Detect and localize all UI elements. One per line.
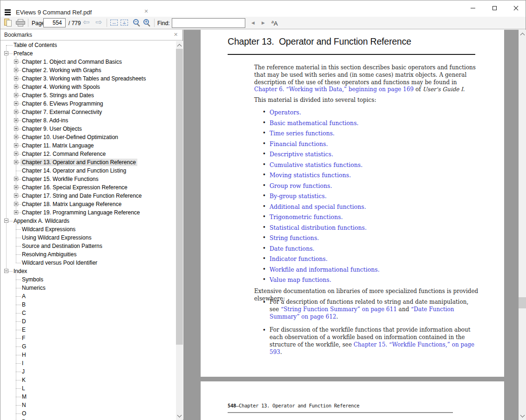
bookmark-item[interactable]: Chapter 8. Add-ins — [0, 116, 176, 125]
bookmark-item[interactable]: Chapter 6. EViews Programming — [0, 100, 176, 108]
bookmark-item[interactable]: C — [0, 309, 176, 317]
bookmark-item[interactable]: Chapter 10. User-Defined Optimization — [0, 133, 176, 141]
expand-icon[interactable] — [14, 60, 18, 64]
bookmark-label[interactable]: J — [20, 368, 26, 375]
document-tab[interactable]: EViews 9 Command Ref.pdf — [16, 9, 92, 16]
bookmark-label[interactable]: Preface — [12, 50, 34, 57]
close-button[interactable] — [505, 0, 526, 15]
expand-icon[interactable] — [14, 193, 18, 198]
fit-width-icon[interactable]: ↔ — [110, 20, 118, 26]
open-file-icon[interactable] — [4, 19, 13, 27]
expand-icon[interactable] — [14, 76, 18, 80]
bookmark-item[interactable]: Chapter 3. Working with Tables and Sprea… — [0, 74, 176, 83]
bookmark-item[interactable]: Using Wildcard Expressions — [0, 233, 176, 242]
find-next-icon[interactable]: ▶ — [262, 20, 265, 25]
scroll-down-icon[interactable] — [519, 413, 526, 420]
expand-icon[interactable] — [14, 202, 18, 206]
bookmark-item[interactable]: Chapter 19. Programming Language Referen… — [0, 208, 176, 217]
scroll-up-icon[interactable] — [519, 30, 526, 38]
bookmark-item[interactable]: P — [0, 418, 176, 420]
expand-icon[interactable] — [14, 127, 18, 131]
maximize-button[interactable] — [484, 0, 505, 15]
expand-icon[interactable] — [14, 185, 18, 189]
zoom-out-icon[interactable]: − — [133, 19, 139, 25]
bookmark-label[interactable]: Index — [12, 267, 28, 275]
bookmark-item[interactable]: B — [0, 300, 176, 309]
expand-icon[interactable] — [14, 177, 18, 181]
bookmark-label[interactable]: L — [20, 385, 27, 392]
bookmark-label[interactable]: Chapter 4. Working with Spools — [20, 83, 101, 91]
bookmark-label[interactable]: Chapter 8. Add-ins — [20, 117, 69, 124]
bookmark-label[interactable]: E — [20, 326, 27, 333]
zoom-in-icon[interactable]: + — [143, 19, 149, 25]
bookmark-label[interactable]: B — [20, 301, 27, 308]
topic-link[interactable]: Indicator functions. — [270, 255, 328, 262]
bookmark-item[interactable]: F — [0, 334, 176, 342]
bookmark-label[interactable]: Chapter 5. Strings and Dates — [20, 92, 95, 99]
bookmark-item[interactable]: G — [0, 342, 176, 351]
find-input[interactable] — [172, 18, 245, 28]
bookmark-label[interactable]: Resolving Ambiguities — [20, 251, 78, 258]
bookmark-label[interactable]: M — [20, 393, 28, 400]
bookmark-label[interactable]: Chapter 2. Working with Graphs — [20, 67, 103, 74]
bookmark-label[interactable]: Symbols — [20, 276, 45, 283]
topic-link[interactable]: Time series functions. — [270, 130, 335, 137]
bookmark-label[interactable]: Chapter 15. Workfile Functions — [20, 175, 100, 183]
bookmark-item[interactable]: Wildcard Expressions — [0, 225, 176, 233]
bookmark-label[interactable]: Source and Destination Patterns — [20, 242, 104, 250]
bookmark-label[interactable]: Chapter 1. Object and Command Basics — [20, 58, 123, 66]
bookmark-label[interactable]: D — [20, 318, 27, 325]
expand-icon[interactable] — [14, 101, 18, 106]
match-case-icon[interactable]: aA — [271, 20, 278, 27]
topic-link[interactable]: String functions. — [270, 234, 319, 241]
bookmark-label[interactable]: H — [20, 351, 27, 359]
bookmark-item[interactable]: J — [0, 367, 176, 376]
topic-link[interactable]: Date functions. — [270, 245, 315, 252]
bookmark-item[interactable]: M — [0, 393, 176, 401]
bookmark-item[interactable]: Chapter 14. Operator and Function Listin… — [0, 167, 176, 175]
page-number-input[interactable] — [43, 18, 66, 27]
bookmark-label[interactable]: Chapter 9. User Objects — [20, 125, 83, 133]
topic-link[interactable]: Operators. — [270, 109, 301, 116]
bookmark-item[interactable]: E — [0, 326, 176, 334]
bookmark-item[interactable]: Chapter 15. Workfile Functions — [0, 175, 176, 183]
bookmarks-close-icon[interactable]: ✕ — [174, 32, 178, 38]
collapse-icon[interactable] — [4, 269, 8, 273]
bookmark-item[interactable]: I — [0, 359, 176, 367]
previous-page-icon[interactable]: ⇦ — [83, 17, 89, 27]
bookmark-label[interactable]: Numerics — [20, 284, 47, 292]
collapse-icon[interactable] — [4, 51, 8, 55]
bookmark-label[interactable]: Wildcard versus Pool Identifier — [20, 259, 99, 267]
bookmark-item[interactable]: Chapter 11. Matrix Language — [0, 141, 176, 150]
topic-link[interactable]: Financial functions. — [270, 140, 328, 147]
expand-icon[interactable] — [14, 135, 18, 139]
find-previous-icon[interactable]: ◀ — [251, 20, 255, 25]
topic-link[interactable]: Group row functions. — [270, 182, 332, 189]
bookmark-label[interactable]: Chapter 7. External Connectivity — [20, 108, 103, 116]
bookmark-item[interactable]: Chapter 12. Command Reference — [0, 150, 176, 158]
bookmark-label[interactable]: Using Wildcard Expressions — [20, 234, 93, 241]
bookmark-label[interactable]: Chapter 17. String and Date Function Ref… — [20, 192, 143, 200]
bookmark-label[interactable]: Chapter 14. Operator and Function Listin… — [20, 167, 128, 174]
inline-link[interactable]: Chapter 6. “Working with Data,” beginnin… — [254, 86, 414, 93]
bookmark-label[interactable]: Chapter 12. Command Reference — [20, 150, 107, 158]
bookmark-item[interactable]: Resolving Ambiguities — [0, 250, 176, 259]
bookmark-label[interactable]: P — [20, 418, 27, 420]
topic-link[interactable]: Cumulative statistics functions. — [270, 161, 363, 168]
bookmark-label[interactable]: A — [20, 293, 27, 300]
bookmark-item[interactable]: Chapter 16. Special Expression Reference — [0, 183, 176, 192]
expand-icon[interactable] — [14, 68, 18, 72]
bookmark-label[interactable]: G — [20, 343, 27, 350]
bookmark-item[interactable]: D — [0, 317, 176, 326]
sidebar-scrollbar-thumb[interactable] — [176, 49, 183, 345]
bookmark-item[interactable]: Index — [0, 267, 176, 275]
main-scrollbar-thumb[interactable] — [519, 297, 526, 308]
bookmark-item[interactable]: Appendix A. Wildcards — [0, 217, 176, 225]
topic-link[interactable]: Value map functions. — [270, 276, 331, 283]
bookmark-item[interactable]: H — [0, 351, 176, 359]
expand-icon[interactable] — [14, 85, 18, 89]
topic-link[interactable]: Moving statistics functions. — [270, 172, 351, 179]
bookmark-label[interactable]: Chapter 19. Programming Language Referen… — [20, 209, 142, 216]
bookmark-item[interactable]: O — [0, 409, 176, 418]
bookmark-item[interactable]: Preface — [0, 49, 176, 58]
